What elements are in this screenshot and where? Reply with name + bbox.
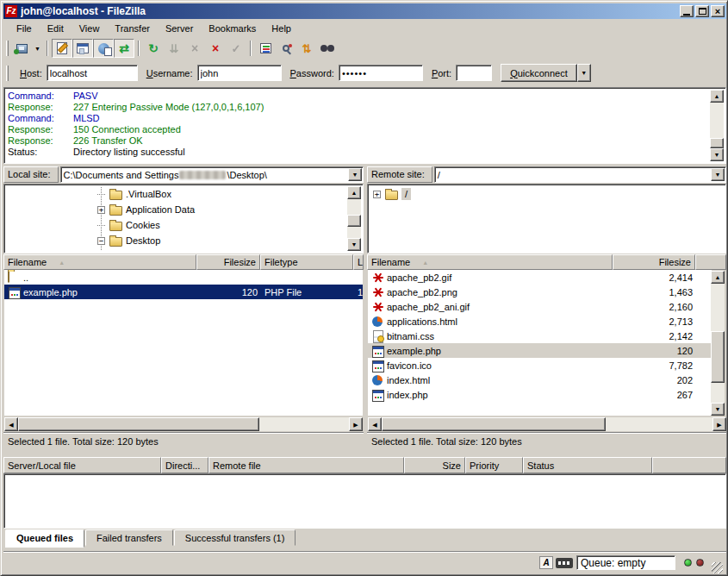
- disconnect-icon: ×: [212, 42, 219, 54]
- remote-path-combobox[interactable]: / ▼: [434, 166, 726, 183]
- column-size[interactable]: Size: [404, 457, 465, 473]
- refresh-button[interactable]: ↻: [143, 39, 164, 58]
- tree-item-virtualbox[interactable]: .VirtualBox: [6, 186, 346, 202]
- column-server-local-file[interactable]: Server/Local file: [3, 457, 161, 473]
- port-input[interactable]: [456, 65, 492, 81]
- column-filetype[interactable]: Filetype: [260, 254, 353, 270]
- scroll-thumb[interactable]: [711, 331, 725, 383]
- column-filename[interactable]: Filename▲: [367, 254, 613, 270]
- remote-list-hscrollbar[interactable]: ◀ ▶: [368, 417, 726, 431]
- tab-successful-transfers[interactable]: Successful transfers (1): [174, 529, 296, 546]
- scroll-up-button[interactable]: ▲: [710, 90, 724, 103]
- file-row[interactable]: apache_pb2.png 1,463: [368, 285, 712, 299]
- filter-button[interactable]: [255, 39, 276, 58]
- toolbar: ▼ ⇄ ↻ ⇊ × × ✓ ⇅: [3, 37, 726, 59]
- scroll-right-button[interactable]: ▶: [712, 417, 726, 431]
- file-row[interactable]: apache_pb2_ani.gif 2,160: [368, 299, 712, 314]
- file-row[interactable]: favicon.ico 7,782: [368, 358, 712, 373]
- menu-edit[interactable]: Edit: [40, 22, 72, 35]
- local-list-hscrollbar[interactable]: ◀ ▶: [4, 417, 363, 431]
- username-input[interactable]: [197, 65, 282, 81]
- column-direction[interactable]: Directi...: [161, 457, 208, 473]
- column-status[interactable]: Status: [523, 457, 652, 473]
- column-filesize[interactable]: Filesize: [613, 254, 695, 270]
- maximize-button[interactable]: [695, 5, 709, 17]
- log-scrollbar[interactable]: ▲ ▼: [710, 90, 724, 161]
- file-row[interactable]: applications.html 2,713: [368, 314, 712, 329]
- toggle-message-log-button[interactable]: [52, 39, 72, 58]
- file-row-parent-dir[interactable]: ..: [4, 270, 363, 285]
- column-filename[interactable]: Filename▲: [3, 254, 196, 270]
- menu-help[interactable]: Help: [264, 22, 299, 35]
- scroll-thumb[interactable]: [18, 417, 259, 431]
- tab-failed-transfers[interactable]: Failed transfers: [85, 529, 173, 546]
- quickconnect-dropdown-button[interactable]: ▼: [577, 64, 591, 82]
- file-row[interactable]: index.php 267: [368, 387, 712, 402]
- scroll-down-button[interactable]: ▼: [347, 238, 361, 251]
- collapse-icon[interactable]: −: [97, 237, 105, 245]
- directory-comparison-button[interactable]: [276, 39, 296, 58]
- scroll-down-button[interactable]: ▼: [711, 403, 725, 416]
- scroll-thumb[interactable]: [347, 215, 361, 227]
- scroll-up-button[interactable]: ▲: [711, 271, 725, 284]
- resize-grip[interactable]: [712, 562, 723, 573]
- scroll-left-button[interactable]: ◀: [4, 417, 18, 431]
- quickconnect-button[interactable]: Quickconnect: [501, 64, 577, 82]
- toggle-queue-button[interactable]: ⇄: [114, 39, 134, 58]
- transfer-queue-icon: ⇄: [119, 42, 129, 54]
- datatype-ascii-icon[interactable]: A: [539, 556, 553, 569]
- menu-view[interactable]: View: [72, 22, 108, 35]
- cancel-operation-button[interactable]: ×: [184, 39, 205, 58]
- column-remote-file[interactable]: Remote file: [208, 457, 404, 473]
- indicator-badge-icon[interactable]: [556, 558, 573, 568]
- expand-icon[interactable]: +: [373, 191, 381, 198]
- binoculars-icon: [320, 44, 334, 53]
- quickbar-gripper: [6, 66, 9, 81]
- combo-dropdown-button[interactable]: ▼: [348, 168, 362, 181]
- close-button[interactable]: ×: [711, 5, 725, 17]
- tree-item-cookies[interactable]: Cookies: [6, 217, 346, 233]
- site-manager-dropdown-button[interactable]: ▼: [32, 39, 43, 58]
- disconnect-button[interactable]: ×: [205, 39, 226, 58]
- menu-transfer[interactable]: Transfer: [107, 22, 158, 35]
- toggle-remote-tree-button[interactable]: [93, 39, 114, 58]
- scroll-thumb[interactable]: [710, 138, 724, 148]
- scroll-up-button[interactable]: ▲: [347, 186, 361, 199]
- column-filesize[interactable]: Filesize: [196, 254, 260, 270]
- reconnect-button[interactable]: ✓: [226, 39, 246, 58]
- scroll-thumb[interactable]: [382, 417, 606, 431]
- combo-dropdown-button[interactable]: ▼: [711, 168, 725, 181]
- password-input[interactable]: [339, 65, 423, 81]
- expand-icon[interactable]: +: [97, 206, 105, 214]
- queue-body[interactable]: [3, 473, 726, 529]
- scroll-right-button[interactable]: ▶: [349, 417, 363, 431]
- toggle-local-tree-button[interactable]: [72, 39, 93, 58]
- file-row[interactable]: bitnami.css 2,142: [368, 329, 712, 343]
- file-row-example-php[interactable]: example.php 120: [368, 343, 712, 358]
- find-files-button[interactable]: [317, 39, 338, 58]
- file-row-example-php[interactable]: example.php 120 PHP File 1: [4, 285, 363, 299]
- tree-item-application-data[interactable]: + Application Data: [6, 202, 346, 217]
- file-row[interactable]: apache_pb2.gif 2,414: [368, 270, 712, 285]
- local-path-combobox[interactable]: C:\Documents and Settings\Desktop\ ▼: [60, 166, 364, 183]
- site-manager-button[interactable]: [11, 39, 32, 58]
- menu-server[interactable]: Server: [158, 22, 201, 35]
- process-queue-button[interactable]: ⇊: [164, 39, 184, 58]
- host-input[interactable]: [47, 65, 138, 81]
- remote-list-scrollbar[interactable]: ▲ ▼: [711, 271, 725, 416]
- file-row[interactable]: index.html 202: [368, 373, 712, 387]
- column-last-modified[interactable]: L: [353, 254, 364, 270]
- scroll-left-button[interactable]: ◀: [368, 417, 382, 431]
- tree-item-root[interactable]: + /: [370, 186, 724, 202]
- column-priority[interactable]: Priority: [465, 457, 523, 473]
- titlebar[interactable]: Fz john@localhost - FileZilla ×: [3, 3, 726, 19]
- menu-file[interactable]: File: [9, 22, 40, 35]
- folder-icon: [109, 222, 122, 231]
- menu-bookmarks[interactable]: Bookmarks: [201, 22, 264, 35]
- local-tree-scrollbar[interactable]: ▲ ▼: [347, 186, 361, 251]
- synchronized-browsing-button[interactable]: ⇅: [296, 39, 317, 58]
- tree-item-desktop[interactable]: − Desktop: [6, 233, 346, 248]
- minimize-button[interactable]: [680, 5, 694, 17]
- tab-queued-files[interactable]: Queued files: [5, 529, 84, 548]
- scroll-down-button[interactable]: ▼: [710, 148, 724, 161]
